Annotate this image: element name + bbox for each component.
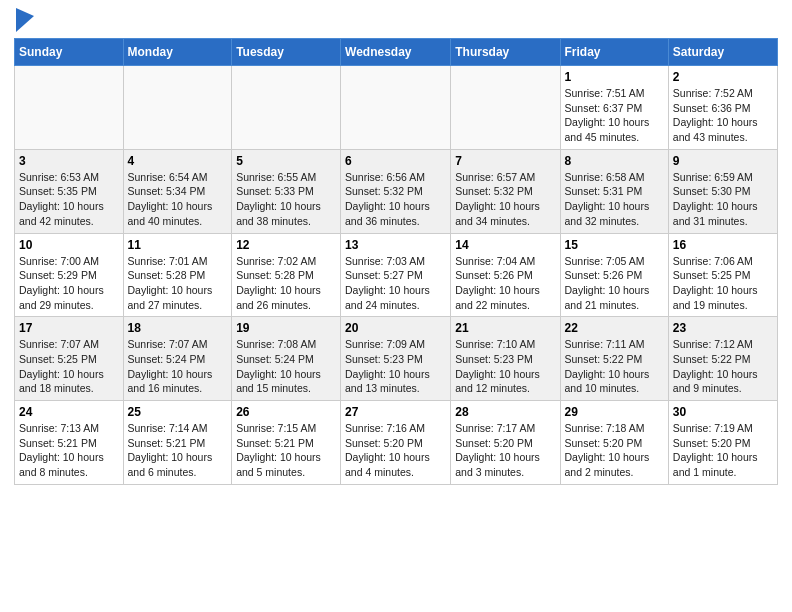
calendar-header-thursday: Thursday [451, 39, 560, 66]
day-info: Sunrise: 7:14 AM Sunset: 5:21 PM Dayligh… [128, 421, 228, 480]
calendar-cell: 26Sunrise: 7:15 AM Sunset: 5:21 PM Dayli… [232, 401, 341, 485]
day-number: 18 [128, 321, 228, 335]
day-number: 17 [19, 321, 119, 335]
day-number: 20 [345, 321, 446, 335]
day-info: Sunrise: 7:13 AM Sunset: 5:21 PM Dayligh… [19, 421, 119, 480]
day-number: 21 [455, 321, 555, 335]
day-info: Sunrise: 7:05 AM Sunset: 5:26 PM Dayligh… [565, 254, 664, 313]
logo-blue [14, 14, 34, 32]
day-info: Sunrise: 7:12 AM Sunset: 5:22 PM Dayligh… [673, 337, 773, 396]
calendar-cell [15, 66, 124, 150]
calendar-week-4: 17Sunrise: 7:07 AM Sunset: 5:25 PM Dayli… [15, 317, 778, 401]
day-info: Sunrise: 6:56 AM Sunset: 5:32 PM Dayligh… [345, 170, 446, 229]
day-info: Sunrise: 7:09 AM Sunset: 5:23 PM Dayligh… [345, 337, 446, 396]
page-container: SundayMondayTuesdayWednesdayThursdayFrid… [0, 0, 792, 495]
calendar-cell: 22Sunrise: 7:11 AM Sunset: 5:22 PM Dayli… [560, 317, 668, 401]
calendar-header-saturday: Saturday [668, 39, 777, 66]
day-info: Sunrise: 7:18 AM Sunset: 5:20 PM Dayligh… [565, 421, 664, 480]
calendar-cell: 2Sunrise: 7:52 AM Sunset: 6:36 PM Daylig… [668, 66, 777, 150]
day-number: 28 [455, 405, 555, 419]
calendar-cell: 1Sunrise: 7:51 AM Sunset: 6:37 PM Daylig… [560, 66, 668, 150]
day-info: Sunrise: 7:11 AM Sunset: 5:22 PM Dayligh… [565, 337, 664, 396]
calendar-week-2: 3Sunrise: 6:53 AM Sunset: 5:35 PM Daylig… [15, 149, 778, 233]
calendar-cell: 21Sunrise: 7:10 AM Sunset: 5:23 PM Dayli… [451, 317, 560, 401]
day-number: 16 [673, 238, 773, 252]
calendar-cell: 24Sunrise: 7:13 AM Sunset: 5:21 PM Dayli… [15, 401, 124, 485]
day-info: Sunrise: 7:10 AM Sunset: 5:23 PM Dayligh… [455, 337, 555, 396]
day-info: Sunrise: 7:51 AM Sunset: 6:37 PM Dayligh… [565, 86, 664, 145]
calendar-week-5: 24Sunrise: 7:13 AM Sunset: 5:21 PM Dayli… [15, 401, 778, 485]
calendar-cell: 14Sunrise: 7:04 AM Sunset: 5:26 PM Dayli… [451, 233, 560, 317]
day-number: 8 [565, 154, 664, 168]
calendar-cell: 17Sunrise: 7:07 AM Sunset: 5:25 PM Dayli… [15, 317, 124, 401]
day-number: 11 [128, 238, 228, 252]
calendar-cell: 6Sunrise: 6:56 AM Sunset: 5:32 PM Daylig… [341, 149, 451, 233]
calendar-cell: 9Sunrise: 6:59 AM Sunset: 5:30 PM Daylig… [668, 149, 777, 233]
day-number: 27 [345, 405, 446, 419]
day-info: Sunrise: 6:53 AM Sunset: 5:35 PM Dayligh… [19, 170, 119, 229]
calendar-cell: 29Sunrise: 7:18 AM Sunset: 5:20 PM Dayli… [560, 401, 668, 485]
calendar-header-friday: Friday [560, 39, 668, 66]
calendar-header-wednesday: Wednesday [341, 39, 451, 66]
day-info: Sunrise: 7:02 AM Sunset: 5:28 PM Dayligh… [236, 254, 336, 313]
day-info: Sunrise: 7:07 AM Sunset: 5:24 PM Dayligh… [128, 337, 228, 396]
day-number: 25 [128, 405, 228, 419]
calendar-cell: 15Sunrise: 7:05 AM Sunset: 5:26 PM Dayli… [560, 233, 668, 317]
calendar-week-3: 10Sunrise: 7:00 AM Sunset: 5:29 PM Dayli… [15, 233, 778, 317]
calendar-cell: 20Sunrise: 7:09 AM Sunset: 5:23 PM Dayli… [341, 317, 451, 401]
calendar-cell [232, 66, 341, 150]
day-info: Sunrise: 6:54 AM Sunset: 5:34 PM Dayligh… [128, 170, 228, 229]
day-number: 15 [565, 238, 664, 252]
calendar-cell: 30Sunrise: 7:19 AM Sunset: 5:20 PM Dayli… [668, 401, 777, 485]
calendar-cell: 28Sunrise: 7:17 AM Sunset: 5:20 PM Dayli… [451, 401, 560, 485]
calendar-cell: 18Sunrise: 7:07 AM Sunset: 5:24 PM Dayli… [123, 317, 232, 401]
day-number: 26 [236, 405, 336, 419]
day-info: Sunrise: 7:07 AM Sunset: 5:25 PM Dayligh… [19, 337, 119, 396]
day-number: 1 [565, 70, 664, 84]
day-number: 2 [673, 70, 773, 84]
calendar-cell [123, 66, 232, 150]
day-info: Sunrise: 7:04 AM Sunset: 5:26 PM Dayligh… [455, 254, 555, 313]
day-info: Sunrise: 7:01 AM Sunset: 5:28 PM Dayligh… [128, 254, 228, 313]
calendar-cell [451, 66, 560, 150]
day-info: Sunrise: 6:55 AM Sunset: 5:33 PM Dayligh… [236, 170, 336, 229]
day-number: 4 [128, 154, 228, 168]
calendar-week-1: 1Sunrise: 7:51 AM Sunset: 6:37 PM Daylig… [15, 66, 778, 150]
day-info: Sunrise: 7:08 AM Sunset: 5:24 PM Dayligh… [236, 337, 336, 396]
calendar-cell: 4Sunrise: 6:54 AM Sunset: 5:34 PM Daylig… [123, 149, 232, 233]
calendar-cell: 11Sunrise: 7:01 AM Sunset: 5:28 PM Dayli… [123, 233, 232, 317]
calendar-cell: 5Sunrise: 6:55 AM Sunset: 5:33 PM Daylig… [232, 149, 341, 233]
calendar-cell: 19Sunrise: 7:08 AM Sunset: 5:24 PM Dayli… [232, 317, 341, 401]
day-number: 14 [455, 238, 555, 252]
day-number: 29 [565, 405, 664, 419]
calendar-cell: 23Sunrise: 7:12 AM Sunset: 5:22 PM Dayli… [668, 317, 777, 401]
svg-marker-0 [16, 8, 34, 32]
calendar-cell: 12Sunrise: 7:02 AM Sunset: 5:28 PM Dayli… [232, 233, 341, 317]
day-number: 13 [345, 238, 446, 252]
day-number: 22 [565, 321, 664, 335]
day-number: 10 [19, 238, 119, 252]
day-info: Sunrise: 7:00 AM Sunset: 5:29 PM Dayligh… [19, 254, 119, 313]
day-number: 5 [236, 154, 336, 168]
day-info: Sunrise: 7:16 AM Sunset: 5:20 PM Dayligh… [345, 421, 446, 480]
calendar-cell: 10Sunrise: 7:00 AM Sunset: 5:29 PM Dayli… [15, 233, 124, 317]
logo-icon [16, 8, 34, 32]
calendar-cell: 13Sunrise: 7:03 AM Sunset: 5:27 PM Dayli… [341, 233, 451, 317]
calendar-header-tuesday: Tuesday [232, 39, 341, 66]
calendar-cell [341, 66, 451, 150]
day-info: Sunrise: 7:15 AM Sunset: 5:21 PM Dayligh… [236, 421, 336, 480]
day-number: 9 [673, 154, 773, 168]
logo-text [14, 14, 34, 32]
day-number: 6 [345, 154, 446, 168]
day-number: 24 [19, 405, 119, 419]
calendar-header-row: SundayMondayTuesdayWednesdayThursdayFrid… [15, 39, 778, 66]
day-number: 12 [236, 238, 336, 252]
day-info: Sunrise: 7:17 AM Sunset: 5:20 PM Dayligh… [455, 421, 555, 480]
calendar-cell: 25Sunrise: 7:14 AM Sunset: 5:21 PM Dayli… [123, 401, 232, 485]
logo [14, 14, 34, 32]
day-info: Sunrise: 7:52 AM Sunset: 6:36 PM Dayligh… [673, 86, 773, 145]
calendar-cell: 16Sunrise: 7:06 AM Sunset: 5:25 PM Dayli… [668, 233, 777, 317]
day-info: Sunrise: 6:57 AM Sunset: 5:32 PM Dayligh… [455, 170, 555, 229]
day-info: Sunrise: 7:03 AM Sunset: 5:27 PM Dayligh… [345, 254, 446, 313]
calendar-cell: 3Sunrise: 6:53 AM Sunset: 5:35 PM Daylig… [15, 149, 124, 233]
